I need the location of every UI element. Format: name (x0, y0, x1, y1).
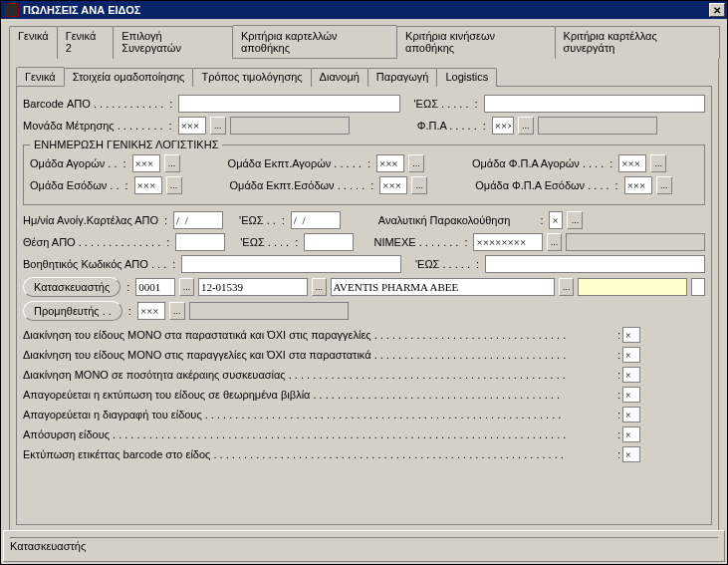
om-fpa-agoron-input[interactable] (618, 154, 646, 172)
ellipsis-icon: ... (170, 180, 178, 190)
supplier-desc-input (189, 302, 349, 320)
label-barcode-to: 'ΕΩΣ . . . . . (414, 98, 469, 110)
statusbar: Κατασκευαστής (3, 530, 725, 562)
supplier-button[interactable]: Προμηθευτής . . (23, 301, 122, 321)
check-label-1: Διακίνηση του είδους ΜΟΝΟ στα παραστατικ… (23, 329, 615, 341)
fpa-pick-button[interactable]: ... (518, 117, 534, 135)
om-agoron-input[interactable] (132, 154, 160, 172)
client-area: Γενικά Γενικά 2 Επιλογή Συνεργατών Κριτή… (1, 19, 727, 535)
label-hm-open-to: 'ΕΩΣ . . (239, 214, 276, 226)
label-om-ekpt-agoron: Ομάδα Εκπτ.Αγορών . . . . . (228, 157, 362, 169)
statusbar-text: Κατασκευαστής (10, 540, 86, 552)
group-logistiki-title: ΕΝΗΜΕΡΩΣΗ ΓΕΝΙΚΗΣ ΛΟΓΙΣΤΙΚΗΣ (30, 139, 222, 150)
ellipsis-icon: ... (660, 180, 668, 190)
date-open-to-input[interactable] (291, 211, 341, 229)
label-voith-to: 'ΕΩΣ . . . . . (415, 258, 470, 270)
barcode-from-input[interactable] (178, 95, 399, 113)
voith-from-input[interactable] (181, 255, 401, 273)
check-input-1[interactable] (622, 327, 640, 343)
tab-kritiria-kartellas-synergati[interactable]: Κριτήρια καρτέλλας συνεργάτη (555, 26, 720, 59)
check-input-5[interactable] (622, 407, 640, 423)
window-title: ΠΩΛΗΣΕΙΣ ΑΝΑ ΕΙΔΟΣ (23, 4, 709, 16)
check-input-3[interactable] (622, 367, 640, 383)
app-window: ΠΩΛΗΣΕΙΣ ΑΝΑ ΕΙΔΟΣ ✕ Γενικά Γενικά 2 Επι… (0, 0, 728, 565)
supplier-code-input[interactable] (137, 302, 165, 320)
check-label-3: Διακίνηση ΜΟΝΟ σε ποσότητα ακέραιης συσκ… (23, 369, 615, 381)
tab-genika2[interactable]: Γενικά 2 (57, 26, 115, 59)
nimexe-input[interactable] (473, 233, 543, 251)
check-row: Εκτύπωση ετικέττας barcode στο είδος . .… (23, 446, 640, 462)
om-ekpt-esodon-pick[interactable]: ... (411, 176, 427, 194)
anal-par-input[interactable] (549, 211, 563, 229)
om-fpa-esodon-pick[interactable]: ... (656, 176, 672, 194)
om-agoron-pick[interactable]: ... (164, 154, 180, 172)
tab-epilogi-synergaton[interactable]: Επιλογή Συνεργατών (113, 26, 233, 59)
close-icon: ✕ (713, 5, 721, 16)
label-fpa: Φ.Π.Α . . . . . (417, 120, 477, 132)
manufacturer-button[interactable]: Κατασκευαστής (23, 277, 121, 297)
barcode-to-input[interactable] (484, 95, 705, 113)
check-label-4: Απαγορεύεται η εκτύπωση του είδους σε θε… (23, 389, 615, 401)
app-icon (5, 3, 19, 17)
nimexe-desc (566, 233, 705, 251)
om-ekpt-agoron-input[interactable] (376, 154, 404, 172)
voith-to-input[interactable] (485, 255, 705, 273)
check-label-7: Εκτύπωση ετικέττας barcode στο είδος . .… (23, 448, 615, 460)
check-input-7[interactable] (622, 446, 640, 462)
label-mm: Μονάδα Μέτρησης . . . . . . . . (23, 120, 163, 132)
mm-pick-button[interactable]: ... (210, 117, 226, 135)
thesi-to-input[interactable] (304, 233, 354, 251)
check-label-2: Διακίνηση του είδους ΜΟΝΟ στις παραγγελί… (23, 349, 615, 361)
label-thesi-to: 'ΕΩΣ . . . . (240, 236, 289, 248)
mm-desc-input (230, 117, 350, 135)
manuf-extra-input[interactable] (578, 278, 687, 296)
label-om-fpa-esodon: Ομάδα Φ.Π.Α Εσόδων . . . . (475, 179, 608, 191)
fpa-code-input[interactable] (492, 117, 514, 135)
om-fpa-agoron-pick[interactable]: ... (650, 154, 666, 172)
tab-genika[interactable]: Γενικά (9, 26, 58, 59)
om-esodon-input[interactable] (134, 176, 162, 194)
om-esodon-pick[interactable]: ... (166, 176, 182, 194)
manuf-code1-input[interactable] (135, 278, 175, 296)
check-row: Απαγορεύεται η εκτύπωση του είδους σε θε… (23, 387, 640, 403)
manuf-flag-input[interactable] (691, 278, 705, 296)
inner-tab-stoixeia-omadopoiisis[interactable]: Στοιχεία ομαδοποίησης (64, 68, 194, 87)
inner-tab-genika[interactable]: Γενικά (16, 67, 65, 86)
check-row: Διακίνηση του είδους ΜΟΝΟ στις παραγγελί… (23, 347, 640, 363)
inner-tab-dianomi[interactable]: Διανομή (311, 68, 368, 87)
close-button[interactable]: ✕ (709, 3, 725, 17)
check-input-2[interactable] (622, 347, 640, 363)
ellipsis-icon: ... (173, 306, 181, 316)
mm-code-input[interactable] (178, 117, 206, 135)
anal-par-pick[interactable]: ... (567, 211, 583, 229)
manuf-code2-pick[interactable]: ... (312, 278, 327, 296)
inner-tab-paragogi[interactable]: Παραγωγή (367, 68, 438, 87)
label-hm-open-from: Ημ/νία Ανοίγ.Καρτέλας ΑΠΟ (23, 214, 158, 226)
label-barcode-from: Barcode ΑΠΟ . . . . . . . . . . . . (23, 98, 163, 110)
manuf-name-input[interactable] (331, 278, 556, 296)
om-ekpt-agoron-pick[interactable]: ... (408, 154, 424, 172)
ellipsis-icon: ... (563, 282, 571, 292)
om-ekpt-esodon-input[interactable] (379, 176, 407, 194)
ellipsis-icon: ... (183, 282, 191, 292)
nimexe-pick[interactable]: ... (547, 233, 561, 251)
check-input-4[interactable] (622, 387, 640, 403)
check-input-6[interactable] (622, 426, 640, 442)
inner-tab-logistics[interactable]: Logistics (436, 68, 497, 87)
inner-tab-tropos-timologisis[interactable]: Τρόπος τιμολόγησης (192, 68, 311, 87)
tab-kritiria-kartellon-apothikis[interactable]: Κριτήρια καρτελλών αποθήκης (232, 25, 397, 58)
om-fpa-esodon-input[interactable] (624, 176, 652, 194)
tab-kritiria-kiniseon-apothikis[interactable]: Κριτήρια κινήσεων αποθήκης (396, 26, 556, 59)
manuf-name-pick[interactable]: ... (559, 278, 574, 296)
supplier-code-pick[interactable]: ... (169, 302, 185, 320)
check-row: Απόσυρση είδους . . . . . . . . . . . . … (23, 426, 640, 442)
date-open-from-input[interactable] (173, 211, 223, 229)
group-logistiki: ΕΝΗΜΕΡΩΣΗ ΓΕΝΙΚΗΣ ΛΟΓΙΣΤΙΚΗΣ Ομάδα Αγορώ… (23, 139, 705, 205)
ellipsis-icon: ... (315, 282, 323, 292)
label-om-agoron: Ομάδα Αγορών . . (30, 157, 118, 169)
ellipsis-icon: ... (655, 158, 663, 168)
label-om-fpa-agoron: Ομάδα Φ.Π.Α Αγορών . . . . (472, 157, 604, 169)
manuf-code2-input[interactable] (198, 278, 308, 296)
manuf-code1-pick[interactable]: ... (179, 278, 194, 296)
thesi-from-input[interactable] (175, 233, 225, 251)
